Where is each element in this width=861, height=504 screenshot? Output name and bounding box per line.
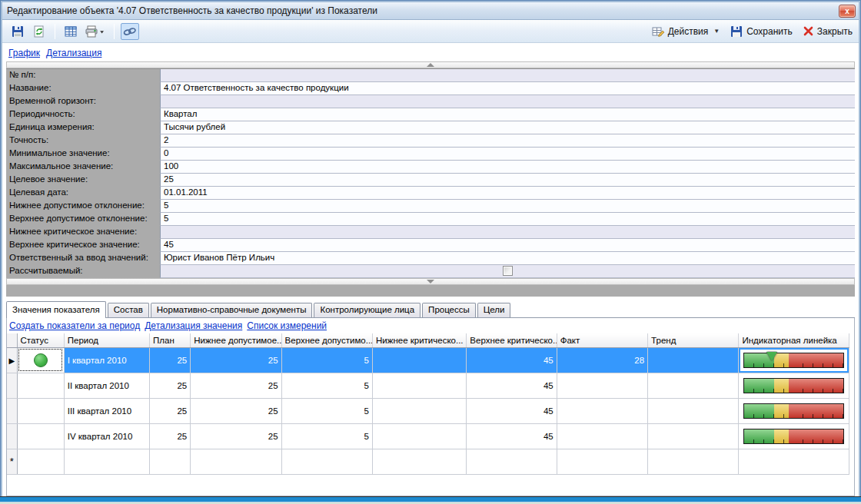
lower-crit-cell[interactable] [372,398,466,423]
create-period-indicators-link[interactable]: Создать показатели за период [9,320,140,331]
column-header-upper-allow[interactable]: Верхнее допустимо... [281,333,372,347]
form-field-value[interactable]: 5 [160,200,855,213]
plan-cell[interactable]: 25 [150,373,191,398]
indicator-cell[interactable] [739,347,849,373]
table-icon[interactable] [62,23,80,40]
tab-active-0[interactable]: Значения показателя [6,301,106,318]
column-header-trend[interactable]: Тренд [648,333,739,347]
upper-allow-cell[interactable] [281,449,372,474]
trend-cell[interactable] [648,449,739,474]
form-field-value[interactable] [160,95,855,108]
status-cell[interactable] [17,449,64,474]
status-cell[interactable] [17,373,64,398]
column-header-upper-crit[interactable]: Верхнее критическо... [467,333,557,347]
fact-cell[interactable] [557,398,647,423]
indicator-cell[interactable] [739,373,849,398]
tab-4[interactable]: Процессы [422,303,476,317]
row-selector-cell[interactable]: * [7,449,17,474]
form-collapse-splitter[interactable] [6,61,855,68]
column-header-plan[interactable]: План [150,333,191,347]
refresh-icon[interactable] [30,23,48,40]
lower-allow-cell[interactable]: 25 [191,373,281,398]
status-cell[interactable] [17,423,64,449]
tab-3[interactable]: Контролирующие лица [314,303,421,317]
graph-link[interactable]: График [8,48,40,58]
row-selector-cell[interactable] [7,398,17,423]
print-icon[interactable] [83,23,108,40]
form-field-value[interactable]: Юрист Иванов Пётр Ильич [160,252,855,265]
value-detail-link[interactable]: Детализация значения [145,320,242,331]
column-header-status[interactable]: Статус [17,333,64,347]
fact-cell[interactable]: 28 [557,347,647,373]
form-field-value[interactable]: 0 [160,148,855,161]
upper-allow-cell[interactable]: 5 [281,347,372,373]
form-field-value[interactable]: 2 [160,134,855,148]
column-header-period[interactable]: Период [64,333,149,347]
trend-cell[interactable] [648,398,739,423]
lower-crit-cell[interactable] [372,347,466,373]
save-icon[interactable] [8,23,27,40]
form-field-value[interactable]: 4.07 Ответственность за качество продукц… [160,82,855,95]
status-cell[interactable] [17,347,64,373]
lower-crit-cell[interactable] [372,449,466,474]
indicator-cell[interactable] [739,423,849,449]
upper-crit-cell[interactable]: 45 [467,398,557,423]
column-header-lower-crit[interactable]: Нижнее критическо... [372,333,466,347]
upper-allow-cell[interactable]: 5 [281,373,372,398]
column-header-indicator[interactable]: Индикаторная линейка [739,333,849,347]
column-header-fact[interactable]: Факт [557,333,647,347]
plan-cell[interactable] [150,449,191,474]
upper-crit-cell[interactable]: 45 [467,423,557,449]
upper-allow-cell[interactable]: 5 [281,398,372,423]
upper-crit-cell[interactable]: 45 [467,347,557,373]
fact-cell[interactable] [557,423,647,449]
link-icon[interactable] [121,23,139,40]
trend-cell[interactable] [648,423,739,449]
form-field-value[interactable]: Тысячи рублей [160,121,855,134]
period-cell[interactable]: IV квартал 2010 [64,423,149,449]
fact-cell[interactable] [557,373,647,398]
form-field-value[interactable]: 5 [160,213,855,226]
lower-allow-cell[interactable]: 25 [191,347,281,373]
new-row[interactable]: * [7,449,849,474]
column-header-lower-allow[interactable]: Нижнее допустимое... [191,333,281,347]
row-selector-cell[interactable]: ▶ [7,347,17,373]
period-cell[interactable]: III квартал 2010 [64,398,149,423]
form-field-value[interactable] [160,69,855,82]
measurements-list-link[interactable]: Список измерений [247,320,327,331]
form-field-value[interactable]: 100 [160,161,855,174]
tab-1[interactable]: Состав [108,303,149,317]
plan-cell[interactable]: 25 [150,423,191,449]
window-close-button[interactable]: x [839,5,856,18]
upper-crit-cell[interactable]: 45 [467,373,557,398]
form-expand-splitter[interactable] [6,278,855,285]
trend-cell[interactable] [648,347,739,373]
row-selector-cell[interactable] [7,373,17,398]
period-cell[interactable]: I квартал 2010 [64,347,149,373]
row-selector-cell[interactable] [7,423,17,449]
period-cell[interactable]: II квартал 2010 [64,373,149,398]
plan-cell[interactable]: 25 [150,398,191,423]
form-field-value[interactable]: 45 [160,239,855,252]
form-field-value[interactable] [160,265,855,278]
close-button[interactable]: Закрыть [803,26,853,37]
upper-allow-cell[interactable]: 5 [281,423,372,449]
detail-link[interactable]: Детализация [46,48,101,58]
lower-crit-cell[interactable] [372,373,466,398]
actions-button[interactable]: Действия ▼ [652,25,720,38]
lower-allow-cell[interactable] [191,449,281,474]
indicator-cell[interactable] [739,398,849,423]
table-row[interactable]: ▶I квартал 2010252554528 [7,347,849,373]
form-field-value[interactable]: 01.01.2011 [160,187,855,200]
form-field-value[interactable] [160,226,855,239]
form-field-value[interactable]: 25 [160,174,855,187]
lower-crit-cell[interactable] [372,423,466,449]
trend-cell[interactable] [648,373,739,398]
fact-cell[interactable] [557,449,647,474]
save-button[interactable]: Сохранить [730,25,793,38]
status-cell[interactable] [17,398,64,423]
form-field-value[interactable]: Квартал [160,108,855,121]
tab-2[interactable]: Нормативно-справочные документы [151,303,313,317]
table-row[interactable]: II квартал 20102525545 [7,373,849,398]
indicator-cell[interactable] [739,449,849,474]
